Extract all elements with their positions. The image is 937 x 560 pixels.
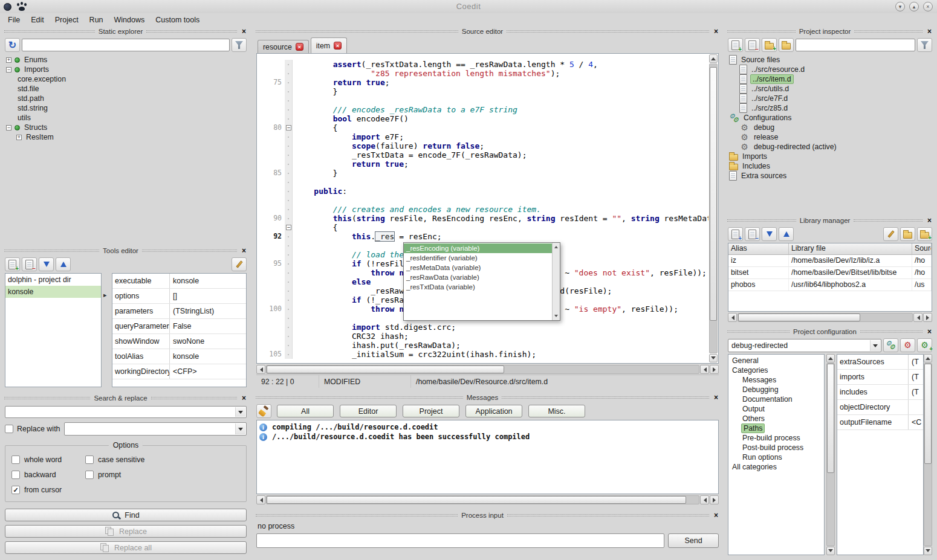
- property-value[interactable]: False: [170, 319, 246, 333]
- category-item[interactable]: Documentation: [730, 394, 823, 404]
- scroll-right-icon[interactable]: [710, 365, 719, 374]
- add-source-folder-button[interactable]: +: [762, 38, 777, 52]
- property-value[interactable]: [909, 400, 923, 414]
- inspector-item[interactable]: ../src/item.d: [728, 74, 932, 84]
- explorer-item[interactable]: core.exception: [5, 74, 247, 84]
- open-source-folder-button[interactable]: [779, 38, 794, 52]
- completion-scrollbar[interactable]: [552, 243, 560, 320]
- messages-horizontal-scrollbar[interactable]: [256, 495, 719, 504]
- scrollbar-track[interactable]: [709, 63, 718, 353]
- category-item[interactable]: Pre-build process: [730, 433, 823, 443]
- property-row[interactable]: executablekonsole: [112, 274, 246, 289]
- editor-line[interactable]: bool encodee7F(): [257, 114, 708, 123]
- option-backward[interactable]: ✓backward: [11, 471, 83, 479]
- scrollbar-handle[interactable]: [267, 496, 686, 504]
- category-item[interactable]: Run options: [730, 452, 823, 462]
- editor-line[interactable]: [257, 196, 708, 205]
- remove-tool-button[interactable]: −: [22, 257, 37, 271]
- scroll-right-icon[interactable]: [923, 313, 932, 322]
- inspector-item[interactable]: ⚙debug: [728, 123, 932, 132]
- inspector-item[interactable]: ⚙⚙Configurations: [728, 113, 932, 123]
- inspector-item[interactable]: Imports: [728, 152, 932, 161]
- expander-icon[interactable]: −: [6, 67, 11, 72]
- move-tool-down-button[interactable]: [39, 257, 54, 271]
- close-panel-icon[interactable]: ×: [926, 217, 933, 224]
- expander-icon[interactable]: +: [6, 57, 11, 63]
- source-editor-header[interactable]: Source editor ×: [254, 27, 721, 36]
- menu-edit[interactable]: Edit: [25, 14, 50, 25]
- replace-all-button[interactable]: Replace all: [5, 541, 247, 554]
- search-term-combo[interactable]: [5, 406, 247, 418]
- editor-line[interactable]: import std.digest.crc;: [257, 323, 708, 332]
- inspector-item[interactable]: Source files: [728, 55, 932, 65]
- open-library-folder-button[interactable]: [900, 227, 915, 241]
- library-row[interactable]: bitset/home/basile/Dev/Bitset/lib/bitse/…: [728, 267, 932, 279]
- menu-project[interactable]: Project: [50, 14, 84, 25]
- editor-line[interactable]: assert(_resTxtData.length == _resRawData…: [257, 60, 708, 69]
- scroll-left-icon[interactable]: [728, 313, 737, 322]
- property-row[interactable]: parameters(TStringList): [112, 304, 246, 319]
- category-item[interactable]: Others: [730, 414, 823, 423]
- remove-source-button[interactable]: −: [745, 38, 760, 52]
- add-library-button[interactable]: +: [728, 227, 743, 241]
- send-button[interactable]: Send: [668, 533, 719, 548]
- editor-line[interactable]: 92 this._res = resEnc;: [257, 232, 708, 241]
- scrollbar-track[interactable]: [266, 495, 699, 504]
- editor-line[interactable]: 75 return true;: [257, 78, 708, 87]
- scroll-left-icon[interactable]: [256, 495, 265, 504]
- member-filter-input[interactable]: [22, 39, 230, 51]
- inspector-item[interactable]: ⚙debug-redirected (active): [728, 142, 932, 152]
- category-item[interactable]: General: [730, 356, 823, 365]
- completion-item[interactable]: _resMetaData (variable): [404, 263, 552, 272]
- tool-item[interactable]: konsole: [5, 286, 101, 298]
- completion-item[interactable]: _resRawData (variable): [404, 272, 552, 282]
- refresh-members-button[interactable]: ↻: [5, 38, 20, 52]
- scrollbar-handle[interactable]: [738, 314, 860, 321]
- dropdown-arrow-icon[interactable]: [235, 407, 245, 417]
- menu-custom-tools[interactable]: Custom tools: [150, 14, 205, 25]
- editor-line[interactable]: /// encodes _resRawData to a e7F string: [257, 105, 708, 114]
- option-from-cursor[interactable]: ✓from cursor: [11, 486, 83, 494]
- editor-line[interactable]: import e7F;: [257, 132, 708, 141]
- library-manager-header[interactable]: Library manager ×: [725, 216, 935, 225]
- close-window-button[interactable]: ×: [923, 2, 933, 11]
- explorer-item[interactable]: +Enums: [5, 55, 247, 65]
- expander-icon[interactable]: −: [6, 125, 11, 130]
- scroll-left-icon[interactable]: [913, 313, 922, 322]
- close-tab-icon[interactable]: ×: [334, 42, 342, 50]
- fold-marker-icon[interactable]: −: [286, 125, 291, 130]
- editor-line[interactable]: [257, 96, 708, 105]
- add-config-button[interactable]: ⚙+: [917, 338, 932, 352]
- sync-configs-button[interactable]: ⚙⚙: [883, 338, 898, 352]
- option-prompt[interactable]: ✓prompt: [85, 471, 240, 479]
- explorer-item[interactable]: +ResItem: [5, 132, 247, 142]
- close-panel-icon[interactable]: ×: [713, 28, 719, 35]
- property-row[interactable]: outputFilename<C: [837, 415, 923, 430]
- fold-marker-icon[interactable]: −: [286, 225, 291, 230]
- library-row[interactable]: iz/home/basile/Dev/Iz/lib/iz.a/ho: [728, 255, 932, 267]
- menu-file[interactable]: File: [2, 14, 25, 25]
- shade-window-button[interactable]: ▾: [895, 2, 905, 11]
- category-item[interactable]: Post-build process: [730, 443, 823, 452]
- scrollbar-track[interactable]: [924, 363, 932, 546]
- replace-with-checkbox[interactable]: ✓: [5, 425, 13, 433]
- find-button[interactable]: Find: [5, 509, 247, 521]
- edit-library-button[interactable]: [883, 227, 898, 241]
- category-item[interactable]: Debugging: [730, 385, 823, 394]
- property-row[interactable]: includes(T: [837, 385, 923, 400]
- editor-line[interactable]: 105 _initialSum = crc322uint(ihash.finis…: [257, 350, 708, 359]
- whole-word-checkbox[interactable]: ✓: [11, 455, 20, 464]
- explorer-item[interactable]: −Imports: [5, 65, 247, 74]
- scroll-up-icon[interactable]: [709, 54, 718, 63]
- menu-windows[interactable]: Windows: [109, 14, 151, 25]
- inspector-item[interactable]: ../src/e7F.d: [728, 94, 932, 103]
- editor-line[interactable]: return true;: [257, 159, 708, 169]
- property-value[interactable]: []: [170, 289, 246, 303]
- editor-line[interactable]: 85 }: [257, 169, 708, 178]
- property-row[interactable]: extraSources(T: [837, 355, 923, 370]
- scrollbar-track[interactable]: [738, 313, 913, 322]
- editor-line[interactable]: 90 this(string resFile, ResEncoding resE…: [257, 214, 708, 223]
- filter-misc-button[interactable]: Misc.: [528, 405, 585, 417]
- editor-line[interactable]: [257, 178, 708, 187]
- tab-item[interactable]: item×: [311, 37, 347, 53]
